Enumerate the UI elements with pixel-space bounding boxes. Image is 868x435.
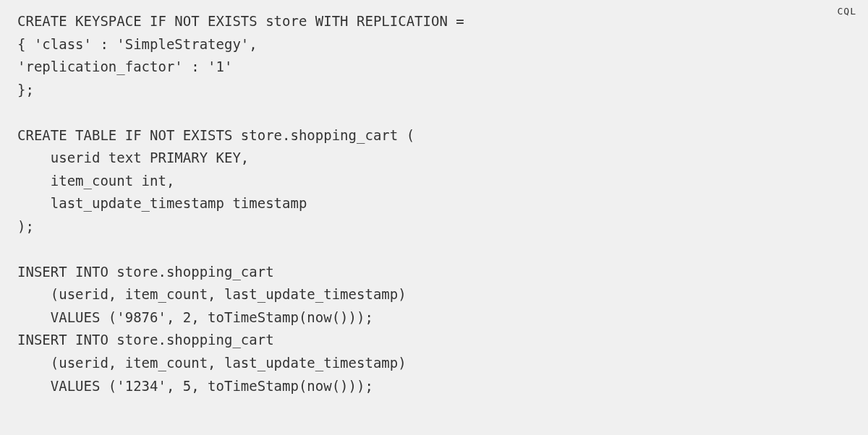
code-content: CREATE KEYSPACE IF NOT EXISTS store WITH… (17, 10, 851, 397)
code-block: CQL CREATE KEYSPACE IF NOT EXISTS store … (0, 0, 868, 435)
language-label: CQL (838, 6, 856, 17)
